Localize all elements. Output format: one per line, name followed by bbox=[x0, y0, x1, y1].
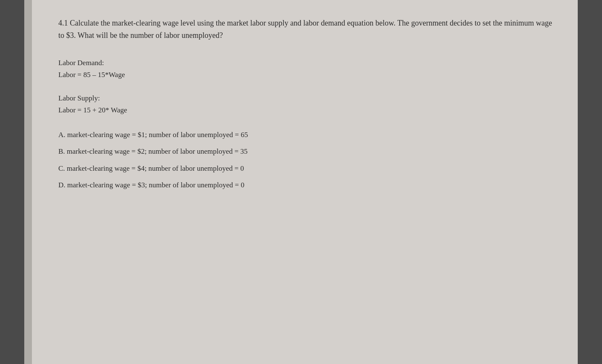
content-area: 4.1 Calculate the market-clearing wage l… bbox=[50, 17, 552, 191]
answer-b: B. market-clearing wage = $2; number of … bbox=[58, 146, 552, 157]
main-container: 4.1 Calculate the market-clearing wage l… bbox=[24, 0, 578, 364]
labor-demand-section: Labor Demand: Labor = 85 – 15*Wage bbox=[58, 59, 552, 79]
labor-demand-equation: Labor = 85 – 15*Wage bbox=[58, 71, 552, 79]
labor-supply-section: Labor Supply: Labor = 15 + 20* Wage bbox=[58, 94, 552, 115]
answer-d: D. market-clearing wage = $3; number of … bbox=[58, 180, 552, 191]
labor-supply-equation: Labor = 15 + 20* Wage bbox=[58, 106, 552, 115]
question-text: 4.1 Calculate the market-clearing wage l… bbox=[58, 17, 552, 42]
answers-section: A. market-clearing wage = $1; number of … bbox=[58, 129, 552, 191]
labor-supply-label: Labor Supply: bbox=[58, 94, 552, 103]
labor-demand-label: Labor Demand: bbox=[58, 59, 552, 67]
left-bar bbox=[24, 0, 32, 364]
answer-c: C. market-clearing wage = $4; number of … bbox=[58, 163, 552, 174]
answer-a: A. market-clearing wage = $1; number of … bbox=[58, 129, 552, 140]
